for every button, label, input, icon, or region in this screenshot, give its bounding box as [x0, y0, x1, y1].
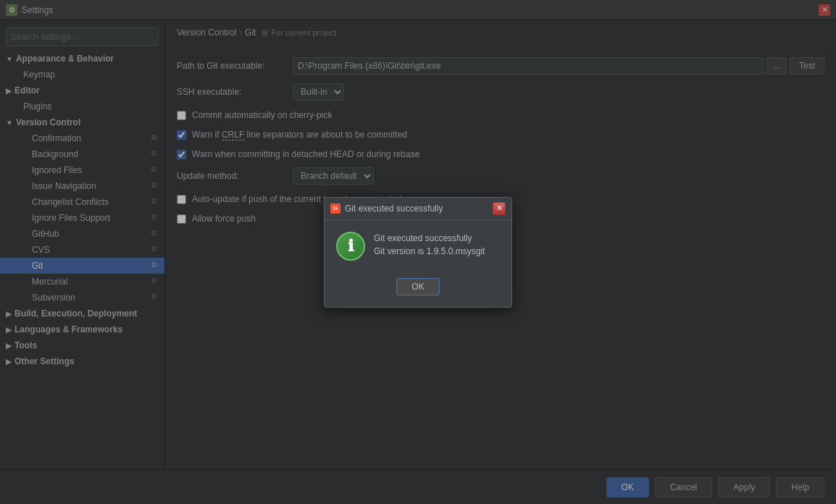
modal-close-button[interactable]: ✕	[493, 202, 506, 215]
modal-message-line2: Git version is 1.9.5.0.msysgit	[374, 245, 485, 258]
git-icon: G	[330, 203, 340, 214]
modal-overlay: G Git executed successfully ✕ ℹ Git exec…	[0, 0, 836, 504]
modal-dialog: G Git executed successfully ✕ ℹ Git exec…	[324, 197, 512, 308]
modal-title-bar: G Git executed successfully ✕	[325, 198, 511, 220]
modal-title: G Git executed successfully	[330, 203, 443, 214]
info-icon: ℹ	[336, 232, 365, 261]
modal-title-label: Git executed successfully	[345, 203, 443, 214]
modal-footer: OK	[325, 272, 511, 307]
modal-message-line1: Git executed successfully	[374, 232, 485, 245]
modal-body: ℹ Git executed successfully Git version …	[325, 220, 511, 272]
modal-ok-button[interactable]: OK	[396, 278, 440, 295]
modal-message: Git executed successfully Git version is…	[374, 232, 485, 258]
